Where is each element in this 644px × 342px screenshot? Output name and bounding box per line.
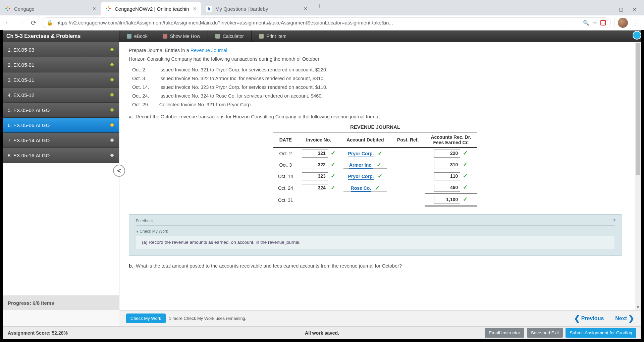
next-button[interactable]: Next❯: [615, 314, 634, 323]
close-window-icon[interactable]: ✕: [633, 7, 637, 12]
intro-line: Prepare Journal Entries in a Revenue Jou…: [129, 48, 622, 53]
check-icon: ✓: [331, 184, 335, 191]
show-me-how-button[interactable]: Show Me How: [155, 31, 208, 42]
check-icon: ✓: [375, 185, 380, 191]
zoom-icon[interactable]: 🔍: [583, 20, 589, 26]
collapse-sidebar-button[interactable]: <: [113, 165, 125, 177]
new-tab-button[interactable]: +: [312, 2, 327, 14]
minimize-icon[interactable]: —: [605, 7, 609, 12]
question-sidebar: 1. EX.05-03 2. EX.05-01 3. EX.05-11 4. E…: [3, 42, 119, 310]
sidebar-item-6[interactable]: 7. EX.05-14.ALGO: [3, 133, 119, 148]
reload-button[interactable]: ⟳: [29, 18, 38, 27]
sidebar-item-label: 8. EX.05-16.ALGO: [8, 153, 50, 158]
invoice-input[interactable]: 324: [302, 184, 328, 192]
revenue-journal-link[interactable]: Revenue Journal: [191, 48, 227, 53]
sidebar-item-5[interactable]: 6. EX.05-06.ALGO: [3, 118, 119, 133]
sidebar-item-2[interactable]: 3. EX.05-11: [3, 72, 119, 88]
browser-tab-1[interactable]: CengageNOWv2 | Online teachin ×: [101, 2, 201, 15]
amount-input[interactable]: 110: [434, 172, 460, 180]
journal-row: Oct. 24 324✓ Rose Co. ✓ 460✓: [273, 182, 477, 194]
close-icon[interactable]: ×: [193, 5, 197, 12]
previous-button[interactable]: ❮Previous: [574, 314, 604, 323]
browser-toolbar: ← → ⟳ 🔒 https://v2.cengagenow.com/ilrn/t…: [0, 15, 644, 30]
forward-button[interactable]: →: [16, 18, 25, 27]
invoice-input[interactable]: 321: [302, 150, 328, 158]
extension-icon[interactable]: ◡: [600, 20, 606, 25]
save-status: All work saved.: [305, 330, 339, 336]
chevron-left-icon: ❮: [574, 314, 580, 323]
col-amount-line1: Accounts Rec. Dr.: [431, 134, 471, 140]
assignment-score: Assignment Score: 52.28%: [8, 330, 68, 336]
close-icon[interactable]: ×: [93, 5, 96, 12]
kebab-menu-icon[interactable]: ⋮: [631, 18, 641, 27]
account-dropdown[interactable]: Pryor Corp. ✓: [343, 173, 387, 180]
check-icon: ✓: [463, 184, 468, 190]
check-icon: ✓: [331, 161, 335, 168]
calculator-button[interactable]: Calculator: [208, 31, 252, 42]
app-shell: Ch 5-3 Exercises & Problems eBook Show M…: [3, 30, 641, 339]
status-dot-icon: [110, 138, 114, 142]
footer-bar: Assignment Score: 52.28% All work saved.…: [3, 326, 641, 339]
uses-remaining-text: 1 more Check My Work uses remaining.: [169, 316, 247, 321]
chevron-right-icon: ❯: [628, 314, 634, 323]
star-icon[interactable]: ☆: [593, 20, 597, 26]
invoice-input[interactable]: 322: [302, 161, 328, 169]
account-dropdown[interactable]: Rose Co. ✓: [343, 184, 387, 192]
calculator-icon: [215, 34, 220, 39]
browser-tab-0[interactable]: Cengage ×: [0, 2, 101, 15]
check-my-work-button[interactable]: Check My Work: [126, 314, 166, 323]
maximize-icon[interactable]: ▢: [619, 7, 623, 12]
scroll-down-icon[interactable]: ▼: [635, 304, 641, 310]
ebook-button[interactable]: eBook: [119, 31, 155, 42]
table-row: Oct. 29.Collected Invoice No. 321 from P…: [132, 101, 337, 109]
cell-date: Oct. 31: [273, 194, 298, 206]
account-value: Pryor Corp.: [348, 151, 374, 157]
main-content: Prepare Journal Entries in a Revenue Jou…: [119, 42, 641, 310]
close-icon[interactable]: ×: [304, 5, 307, 12]
cell-date: Oct. 14: [273, 171, 298, 182]
transactions-table: Oct. 2.Issued Invoice No. 321 to Pryor C…: [131, 65, 337, 109]
sidebar-item-3[interactable]: 4. EX.05-12: [3, 88, 119, 103]
status-dot-icon: [110, 78, 114, 81]
sidebar-item-1[interactable]: 2. EX.05-01: [3, 57, 119, 72]
address-bar[interactable]: 🔒 https://v2.cengagenow.com/ilrn/takeAss…: [42, 17, 611, 28]
scrollbar-track[interactable]: ▲ ▼: [635, 42, 641, 310]
sidebar-item-4[interactable]: 5. EX.05-02.ALGO: [3, 103, 119, 118]
tx-date: Oct. 2.: [132, 66, 159, 74]
favicon-bartleby: b: [206, 6, 212, 12]
profile-avatar[interactable]: [618, 18, 628, 28]
tx-text: Issued Invoice No. 322 to Armor Inc. for…: [159, 74, 337, 82]
table-header-row: DATE Invoice No. Account Debited Post. R…: [273, 132, 477, 148]
submit-assignment-button[interactable]: Submit Assignment for Grading: [566, 328, 636, 338]
feedback-subtitle[interactable]: Check My Work: [136, 229, 614, 234]
amount-input[interactable]: 460: [434, 184, 460, 192]
favicon-cengage: [5, 6, 11, 12]
question-text: What is the total amount posted to the a…: [136, 263, 402, 269]
browser-tab-2[interactable]: b My Questions | bartleby ×: [201, 2, 312, 15]
amount-input[interactable]: 310: [434, 161, 460, 169]
save-and-exit-button[interactable]: Save and Exit: [527, 328, 563, 338]
scrollbar-thumb[interactable]: [636, 43, 640, 175]
sidebar-item-0[interactable]: 1. EX.05-03: [3, 42, 119, 57]
help-bubble-icon[interactable]: [633, 31, 641, 40]
table-row: Oct. 2.Issued Invoice No. 321 to Pryor C…: [132, 66, 337, 74]
col-postref: Post. Ref.: [391, 132, 425, 148]
tab-title: CengageNOWv2 | Online teachin: [115, 6, 189, 12]
invoice-input[interactable]: 323: [302, 172, 328, 180]
back-button[interactable]: ←: [3, 18, 13, 27]
favicon-cengage: [105, 6, 111, 12]
content-scroll[interactable]: Prepare Journal Entries in a Revenue Jou…: [119, 42, 635, 310]
collapse-icon[interactable]: ▼: [612, 218, 616, 223]
print-item-button[interactable]: Print Item: [252, 31, 294, 42]
window-controls: — ▢ ✕: [597, 7, 644, 15]
email-instructor-button[interactable]: Email Instructor: [485, 328, 524, 338]
tx-text: Collected Invoice No. 321 from Pryor Cor…: [159, 101, 337, 109]
sidebar-item-7[interactable]: 8. EX.05-16.ALGO: [3, 148, 119, 163]
table-row: Oct. 14.Issued Invoice No. 323 to Pryor …: [132, 83, 337, 91]
account-dropdown[interactable]: Armor Inc. ✓: [343, 161, 387, 169]
total-input[interactable]: 1,100: [434, 196, 460, 204]
account-dropdown[interactable]: Pryor Corp. ✓: [343, 150, 387, 157]
sidebar-item-label: 6. EX.05-06.ALGO: [8, 122, 50, 128]
status-dot-icon: [110, 93, 114, 97]
amount-input[interactable]: 220: [434, 150, 460, 158]
